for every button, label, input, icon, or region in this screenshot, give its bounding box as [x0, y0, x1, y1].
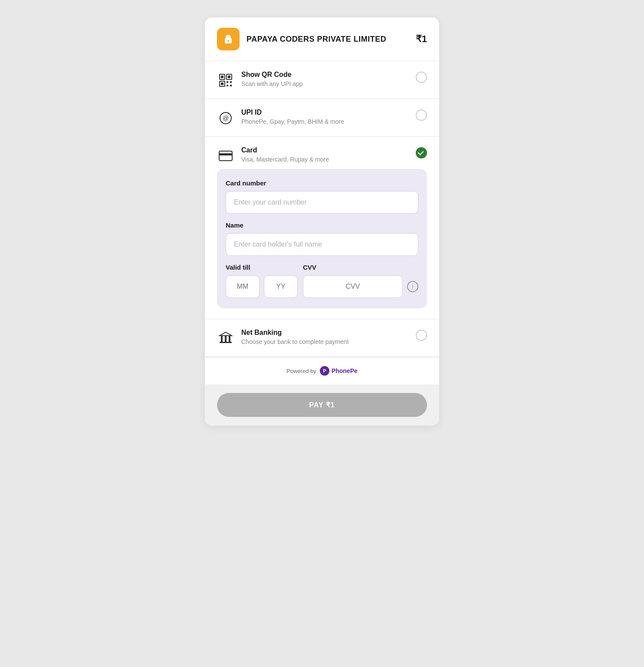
qr-radio[interactable]: [416, 72, 427, 83]
valid-till-label: Valid till: [226, 264, 298, 271]
merchant-logo: [217, 28, 240, 50]
card-form: Card number Name Valid till: [217, 169, 427, 308]
card-number-label: Card number: [226, 179, 418, 187]
pay-button[interactable]: PAY ₹1: [217, 393, 427, 417]
merchant-name: PAPAYA CODERS PRIVATE LIMITED: [246, 35, 386, 44]
card-name-input[interactable]: [226, 233, 418, 256]
svg-rect-5: [228, 76, 230, 78]
qr-option-content: Show QR Code Scan with any UPI app: [241, 71, 409, 87]
payment-amount: ₹1: [416, 33, 427, 45]
phonepe-icon: P: [320, 366, 329, 376]
upi-radio[interactable]: [416, 109, 427, 121]
date-inputs: [226, 275, 298, 298]
payment-header: PAPAYA CODERS PRIVATE LIMITED ₹1: [205, 17, 439, 61]
phonepe-logo: P PhonePe: [320, 366, 358, 376]
card-expiry-cvv-row: Valid till CVV i: [226, 264, 418, 298]
qr-code-option[interactable]: Show QR Code Scan with any UPI app: [205, 61, 439, 99]
qr-option-subtitle: Scan with any UPI app: [241, 80, 409, 87]
card-radio-checked[interactable]: [416, 147, 427, 158]
upi-option-subtitle: PhonePe, Gpay, Paytm, BHIM & more: [241, 118, 409, 125]
card-number-group: Card number: [226, 179, 418, 214]
cvv-group: CVV i: [303, 264, 418, 298]
bank-icon: [217, 330, 234, 347]
qr-icon: [217, 72, 234, 89]
qr-option-title: Show QR Code: [241, 71, 409, 79]
payment-options-list: Show QR Code Scan with any UPI app @ UPI…: [205, 61, 439, 384]
svg-rect-20: [220, 342, 232, 343]
svg-rect-3: [221, 76, 223, 78]
card-option-content: Card Visa, Mastercard, Rupay & more: [241, 146, 409, 163]
upi-icon: @: [217, 109, 234, 127]
card-name-label: Name: [226, 221, 418, 229]
svg-rect-10: [227, 85, 228, 86]
valid-till-group: Valid till: [226, 264, 298, 298]
svg-rect-15: [219, 153, 232, 155]
cvv-input[interactable]: [303, 275, 403, 298]
svg-rect-19: [229, 336, 230, 342]
card-option[interactable]: Card Visa, Mastercard, Rupay & more: [205, 137, 439, 167]
svg-text:@: @: [223, 115, 229, 122]
svg-rect-18: [225, 336, 227, 342]
svg-rect-14: [219, 151, 232, 161]
svg-rect-8: [227, 81, 228, 83]
net-banking-inner: Net Banking Choose your bank to complete…: [217, 329, 427, 347]
upi-option[interactable]: @ UPI ID PhonePe, Gpay, Paytm, BHIM & mo…: [205, 99, 439, 137]
phonepe-label: PhonePe: [332, 367, 358, 374]
svg-point-1: [227, 40, 229, 42]
card-name-group: Name: [226, 221, 418, 256]
payment-modal: PAPAYA CODERS PRIVATE LIMITED ₹1: [205, 17, 439, 426]
upi-option-content: UPI ID PhonePe, Gpay, Paytm, BHIM & more: [241, 109, 409, 125]
card-section: Card Visa, Mastercard, Rupay & more Card…: [205, 137, 439, 319]
pay-button-container: PAY ₹1: [205, 384, 439, 426]
svg-rect-11: [230, 85, 232, 86]
powered-by-footer: Powered by P PhonePe: [205, 357, 439, 384]
cvv-wrapper: i: [303, 275, 418, 298]
month-input[interactable]: [226, 275, 260, 298]
net-banking-radio[interactable]: [416, 330, 427, 341]
svg-marker-16: [220, 332, 232, 336]
card-number-input[interactable]: [226, 191, 418, 214]
powered-by-text: Powered by: [286, 368, 316, 374]
svg-rect-9: [230, 81, 232, 83]
card-icon: [217, 147, 234, 165]
cvv-label: CVV: [303, 264, 418, 271]
cvv-info-icon[interactable]: i: [407, 281, 418, 292]
net-banking-subtitle: Choose your bank to complete payment: [241, 338, 409, 345]
upi-option-title: UPI ID: [241, 109, 409, 116]
net-banking-content: Net Banking Choose your bank to complete…: [241, 329, 409, 345]
year-input[interactable]: [264, 275, 298, 298]
card-option-title: Card: [241, 146, 409, 154]
svg-rect-7: [221, 83, 223, 85]
svg-rect-17: [221, 336, 223, 342]
net-banking-option[interactable]: Net Banking Choose your bank to complete…: [205, 319, 439, 357]
card-option-subtitle: Visa, Mastercard, Rupay & more: [241, 156, 409, 163]
net-banking-title: Net Banking: [241, 329, 409, 337]
